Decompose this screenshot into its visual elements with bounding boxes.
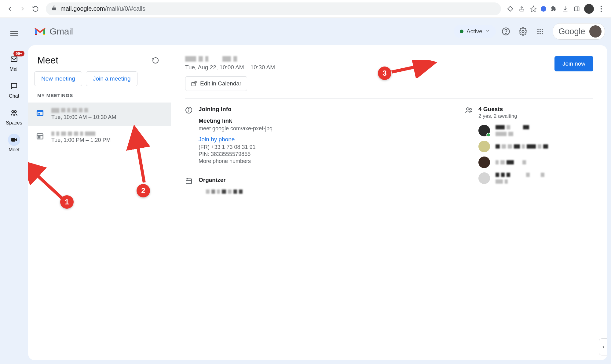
guest-item[interactable] [478,172,593,184]
side-panel-expand-button[interactable] [599,338,607,355]
apps-button[interactable] [533,24,547,38]
divider [185,98,593,99]
annotation-badge-1: 1 [60,195,74,209]
svg-point-25 [542,33,543,34]
support-button[interactable] [499,24,513,38]
apps-grid-icon [536,28,544,35]
svg-point-19 [542,29,543,30]
edit-in-calendar-button[interactable]: Edit in Calendar [185,76,247,91]
product-name: Gmail [49,26,73,37]
calendar-icon [35,108,45,117]
account-switcher[interactable]: Google [553,23,605,40]
browser-reload-button[interactable] [30,3,41,14]
url-host: mail.google.com/mail/u/0/#calls [60,5,145,12]
browser-right-icons [506,4,607,14]
svg-rect-28 [38,113,40,114]
phone-number: (FR) +33 1 73 08 31 91 [199,144,441,150]
guest-item[interactable] [478,157,593,168]
guests-meta: 2 yes, 2 awaiting [478,113,593,119]
browser-chrome: mail.google.com/mail/u/0/#calls [0,0,611,18]
help-icon [502,27,510,36]
svg-point-40 [466,108,469,110]
svg-point-11 [14,110,16,113]
calendar-icon [35,132,45,141]
meeting-link-label: Meeting link [199,117,441,124]
share-icon[interactable] [518,5,526,13]
calendar-icon [185,177,192,194]
more-phone-numbers[interactable]: More phone numbers [199,158,441,164]
meeting-item-selected[interactable]: Tue, 10:00 AM – 10:30 AM [28,103,171,126]
downloads-icon[interactable] [561,5,569,13]
meeting-link-value[interactable]: meet.google.com/axe-pxef-jbq [199,125,441,132]
svg-rect-31 [38,136,40,138]
svg-point-10 [12,110,14,113]
svg-point-24 [540,33,541,34]
lock-icon [51,5,57,12]
meeting-detail-panel: Tue, Aug 22, 10:00 AM – 10:30 AM Edit in… [171,45,607,360]
rail-item-meet[interactable]: Meet [3,131,25,157]
rail-label: Chat [9,93,19,99]
spaces-icon [10,109,18,117]
main-menu-button[interactable] [7,26,21,41]
topbar: Gmail Active Google [28,18,611,45]
browser-profile-avatar[interactable] [584,4,594,14]
rail-item-chat[interactable]: Chat [3,77,25,104]
annotation-arrow-2 [126,124,163,186]
settings-button[interactable] [516,24,530,38]
extensions-icon[interactable] [549,5,558,13]
browser-url-bar[interactable]: mail.google.com/mail/u/0/#calls [46,2,501,15]
status-pill[interactable]: Active [454,25,496,38]
guest-name-redacted [496,173,544,177]
svg-point-21 [540,31,541,32]
new-meeting-button[interactable]: New meeting [34,71,82,86]
guest-item[interactable] [478,125,593,136]
gmail-m-icon [34,27,46,36]
phone-pin: PIN: 3833555579855 [199,151,441,157]
meeting-title-redacted [51,108,116,113]
meeting-time: Tue, 1:00 PM – 1:20 PM [51,137,111,143]
star-icon[interactable] [529,5,538,13]
guest-name-redacted [496,144,548,149]
svg-line-47 [392,63,431,72]
browser-forward-button[interactable] [17,3,28,14]
info-icon [185,106,192,169]
svg-point-23 [537,33,539,34]
refresh-button[interactable] [149,54,162,67]
svg-rect-12 [11,138,15,142]
chevron-down-icon [485,29,490,34]
browser-menu-icon[interactable] [597,5,606,13]
svg-point-35 [188,108,189,109]
rail-item-spaces[interactable]: Spaces [3,104,25,131]
guest-sub-redacted [496,179,544,184]
join-now-button[interactable]: Join now [554,56,593,71]
rail-item-mail[interactable]: 99+ Mail [3,50,25,77]
guests-heading: 4 Guests [478,106,593,113]
people-icon [465,106,472,188]
svg-point-20 [537,31,539,32]
profile-indicator-icon[interactable] [541,6,546,12]
organizer-name-redacted [199,189,441,194]
join-meeting-button[interactable]: Join a meeting [86,71,138,86]
guest-avatar [478,141,490,152]
section-label: MY MEETINGS [28,93,171,103]
meet-icon [10,136,18,143]
payment-icon[interactable] [506,5,514,13]
svg-line-43 [28,164,65,201]
svg-point-15 [506,33,506,34]
sidepanel-icon[interactable] [573,5,581,13]
open-external-icon [191,81,197,87]
svg-marker-2 [531,6,536,11]
chevron-left-icon [601,345,606,349]
svg-rect-36 [186,179,192,184]
gmail-logo[interactable]: Gmail [34,26,73,37]
browser-back-button[interactable] [4,3,15,14]
chat-icon [10,82,18,90]
guest-item[interactable] [478,141,593,152]
panel-title: Meet [37,55,58,66]
join-by-phone-link[interactable]: Join by phone [199,136,441,143]
account-avatar [589,25,602,38]
svg-line-45 [135,131,144,182]
detail-datetime: Tue, Aug 22, 10:00 AM – 10:30 AM [185,64,275,71]
rail-label: Meet [9,147,20,153]
gear-icon [519,27,527,36]
